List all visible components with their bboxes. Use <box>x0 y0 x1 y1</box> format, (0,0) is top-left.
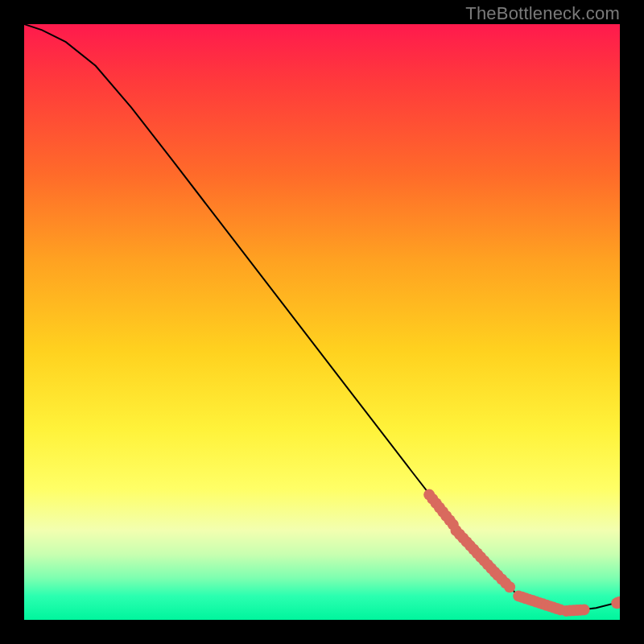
curve-svg <box>24 24 620 620</box>
bottleneck-curve <box>24 24 620 611</box>
marker-dot <box>579 604 590 615</box>
plot-area <box>24 24 620 620</box>
watermark-text: TheBottleneck.com <box>465 3 620 24</box>
chart-frame: TheBottleneck.com <box>0 0 644 644</box>
marker-dots <box>423 489 620 617</box>
marker-dot <box>504 581 515 592</box>
